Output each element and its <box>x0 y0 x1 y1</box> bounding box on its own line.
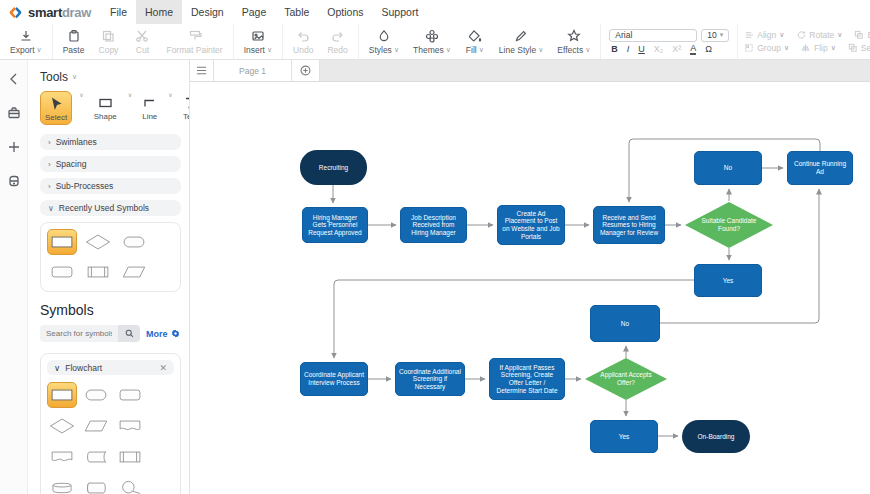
node-cont[interactable]: Continue Running Ad <box>787 151 853 185</box>
italic-button[interactable]: I <box>627 44 630 54</box>
symbol-document[interactable] <box>115 413 145 439</box>
effects-button[interactable]: Effects∨ <box>550 27 597 57</box>
add-rail-button[interactable] <box>7 140 21 158</box>
fill-icon <box>468 29 482 43</box>
smartdraw-app: smartdraw FileHomeDesignPageTableOptions… <box>0 0 870 494</box>
section-recently-used-symbols[interactable]: ∨Recently Used Symbols <box>40 200 181 216</box>
themes-icon <box>425 29 439 43</box>
node-n3[interactable]: Create Ad Placement to Post on Website a… <box>497 205 565 245</box>
text-color-button[interactable]: A <box>690 44 696 55</box>
toolbox-rail-button[interactable] <box>7 106 21 124</box>
close-icon[interactable]: ✕ <box>159 363 167 373</box>
symbol-rect[interactable] <box>47 382 77 408</box>
symbol-stadium[interactable] <box>119 229 149 255</box>
node-onboarding[interactable]: On-Boarding <box>682 420 750 453</box>
section-sub-processes[interactable]: ›Sub-Processes <box>40 178 181 194</box>
back-rail-button[interactable] <box>7 72 21 90</box>
symbol-diamond[interactable] <box>83 229 113 255</box>
section-swimlanes[interactable]: ›Swimlanes <box>40 134 181 150</box>
tool-line[interactable]: Line <box>138 91 161 123</box>
bold-button[interactable]: B <box>611 44 618 54</box>
node-n4[interactable]: Receive and Send Resumes to Hiring Manag… <box>593 206 665 244</box>
page-list-button[interactable] <box>190 60 214 81</box>
brand-text: smartdraw <box>28 5 91 20</box>
symbol-predefined[interactable] <box>83 259 113 285</box>
symbol-rounded[interactable] <box>115 382 145 408</box>
menu-table[interactable]: Table <box>275 0 318 24</box>
paste-icon <box>67 29 81 43</box>
styles-button[interactable]: Styles∨ <box>362 27 406 57</box>
symbol-search-input[interactable] <box>40 325 118 342</box>
font-family-input[interactable] <box>609 29 697 42</box>
export-button[interactable]: Export∨ <box>3 27 49 57</box>
format-painter-button: Format Painter <box>159 27 229 57</box>
node-no2[interactable]: No <box>590 305 660 342</box>
tools-panel-title[interactable]: Tools∨ <box>40 70 181 84</box>
flowchart-group-header[interactable]: ∨Flowchart ✕ <box>47 360 174 375</box>
symbol-diamond[interactable] <box>47 413 77 439</box>
superscript-button: X² <box>672 44 681 54</box>
symbol-predefined[interactable] <box>115 444 145 470</box>
node-n1[interactable]: Hiring Manager Gets Personnel Request Ap… <box>302 207 368 243</box>
add-icon <box>7 140 21 154</box>
page-tab-bar: Page 1 <box>190 60 870 82</box>
node-yes1[interactable]: Yes <box>694 264 762 297</box>
tool-select-dropdown[interactable]: ∨ <box>79 91 83 98</box>
paste-button[interactable]: Paste <box>56 27 92 57</box>
section-spacing[interactable]: ›Spacing <box>40 156 181 172</box>
node-yes2[interactable]: Yes <box>590 420 658 453</box>
more-symbols-link[interactable]: More <box>146 329 180 339</box>
menu-file[interactable]: File <box>101 0 136 24</box>
symbol-circle-tail[interactable] <box>115 475 145 494</box>
toolbar-group: PasteCopyCutFormat Painter <box>53 24 234 59</box>
export-icon <box>19 29 33 43</box>
symbol-rect[interactable] <box>47 229 77 255</box>
node-n2[interactable]: Job Description Received from Hiring Man… <box>400 207 467 243</box>
top-menu-bar: smartdraw FileHomeDesignPageTableOptions… <box>0 0 870 24</box>
page-tab[interactable]: Page 1 <box>214 60 292 81</box>
themes-button[interactable]: Themes∨ <box>406 27 458 57</box>
tool-line-dropdown[interactable]: ∨ <box>168 91 172 98</box>
search-button[interactable] <box>118 325 140 342</box>
add-page-button[interactable] <box>292 60 320 81</box>
tool-shape-dropdown[interactable]: ∨ <box>128 91 132 98</box>
tool-buttons: Select∨Shape∨Line∨Text <box>40 91 181 125</box>
symbol-direct[interactable] <box>81 475 111 494</box>
arrange-group: Align∨Rotate∨Bring to FrontMake SaGroup∨… <box>738 24 870 59</box>
menu-support[interactable]: Support <box>373 0 428 24</box>
menu-options[interactable]: Options <box>318 0 372 24</box>
menu-page[interactable]: Page <box>233 0 276 24</box>
tool-shape[interactable]: Shape <box>90 91 121 123</box>
line-style-icon <box>514 29 528 43</box>
symbol-parallelogram[interactable] <box>81 413 111 439</box>
symbol-document2[interactable] <box>47 444 77 470</box>
line-style-button[interactable]: Line Style∨ <box>492 27 550 57</box>
copy-icon <box>101 29 115 43</box>
symbol-drum[interactable] <box>47 475 77 494</box>
sidebar-sections: ›Swimlanes›Spacing›Sub-Processes∨Recentl… <box>40 134 181 216</box>
tool-text[interactable]: Text <box>179 91 190 123</box>
underline-button[interactable]: U <box>638 44 645 54</box>
node-c3[interactable]: If Applicant Passes Screening, Create Of… <box>489 358 565 400</box>
node-recruiting[interactable]: Recruiting <box>300 150 367 185</box>
gear-icon <box>171 329 180 338</box>
special-character-button[interactable]: Ω <box>705 44 712 54</box>
hamburger-icon <box>196 65 207 76</box>
symbol-rounded[interactable] <box>47 259 77 285</box>
node-no1[interactable]: No <box>694 151 762 185</box>
symbol-stored[interactable] <box>81 444 111 470</box>
storage-rail-button[interactable] <box>7 174 21 192</box>
smartdraw-logo[interactable]: smartdraw <box>0 5 101 20</box>
insert-button[interactable]: Insert∨ <box>237 27 279 57</box>
tool-select[interactable]: Select <box>40 91 72 125</box>
node-c1[interactable]: Coordinate Applicant Interview Process <box>300 362 368 396</box>
symbol-parallelogram[interactable] <box>119 259 149 285</box>
menu-home[interactable]: Home <box>136 0 182 24</box>
symbol-stadium[interactable] <box>81 382 111 408</box>
node-c2[interactable]: Coordinate Additional Screening if Neces… <box>395 362 465 396</box>
menu-design[interactable]: Design <box>182 0 233 24</box>
mini-align-icon <box>744 30 754 40</box>
font-size-select[interactable]: 10▾ <box>701 29 729 42</box>
drawing-canvas[interactable]: RecruitingHiring Manager Gets Personnel … <box>190 82 870 494</box>
fill-button[interactable]: Fill∨ <box>458 27 492 57</box>
